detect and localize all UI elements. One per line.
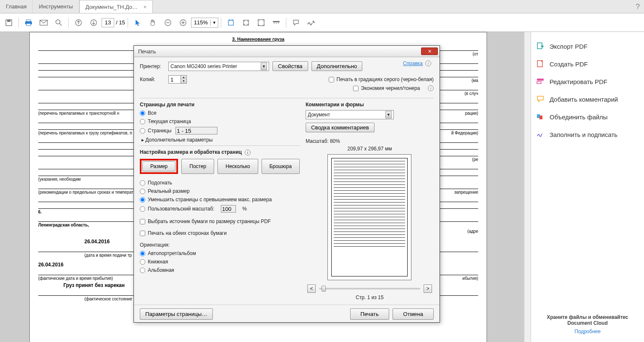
grayscale-checkbox[interactable] xyxy=(329,77,334,82)
sign-icon[interactable] xyxy=(304,16,318,30)
side-fill-sign[interactable]: Заполнить и подписать xyxy=(534,128,641,141)
close-dialog-button[interactable]: ✕ xyxy=(421,47,438,55)
comments-group-title: Комментарии и формы xyxy=(306,102,434,108)
doc-note: (перечень прилагаемых к грузу сертификат… xyxy=(38,131,132,135)
side-more-link[interactable]: Подробнее xyxy=(534,329,641,334)
info-icon[interactable]: i xyxy=(245,150,251,155)
zoom-select[interactable]: 115% ▼ xyxy=(191,18,218,28)
export-icon xyxy=(536,42,545,50)
page-setup-button[interactable]: Параметры страницы… xyxy=(140,308,213,320)
doc-note: (фактические дата и время прибытия) xyxy=(38,276,113,281)
radio-orient-auto[interactable] xyxy=(140,251,145,256)
side-label: Объединить файлы xyxy=(550,113,607,121)
side-edit-pdf[interactable]: Редактировать PDF xyxy=(534,75,641,88)
svg-rect-27 xyxy=(539,116,542,119)
side-add-comment[interactable]: Добавить комментарий xyxy=(534,92,641,106)
printer-label: Принтер: xyxy=(140,63,165,69)
radio-fit[interactable] xyxy=(140,180,145,186)
side-label: Создать PDF xyxy=(550,61,588,68)
radio-shrink[interactable] xyxy=(140,197,145,203)
save-icon[interactable] xyxy=(2,16,16,30)
radio-orient-portrait[interactable] xyxy=(140,259,145,265)
scrollbar[interactable] xyxy=(524,32,531,342)
doc-note: запрещение xyxy=(454,190,478,195)
tab-poster-button[interactable]: Постер xyxy=(181,159,214,174)
loupe-icon[interactable] xyxy=(52,16,66,30)
radio-all[interactable] xyxy=(140,110,145,116)
preview-slider[interactable] xyxy=(319,288,420,289)
side-export-pdf[interactable]: Экспорт PDF xyxy=(534,39,641,53)
side-label: Экспорт PDF xyxy=(550,43,588,50)
radio-custom[interactable] xyxy=(140,206,145,212)
preview-prev-button[interactable]: < xyxy=(307,284,316,293)
paper-source-label: Выбрать источник бумаги по размеру стран… xyxy=(148,218,271,224)
tab-booklet-button[interactable]: Брошюра xyxy=(262,159,300,174)
side-combine[interactable]: Объединить файлы xyxy=(534,110,641,124)
read-mode-icon[interactable] xyxy=(269,16,283,30)
side-create-pdf[interactable]: Создать PDF xyxy=(534,57,641,71)
tab-main[interactable]: Главная xyxy=(0,0,33,13)
tab-size-button[interactable]: Размер xyxy=(142,161,175,171)
close-tab-icon[interactable]: × xyxy=(144,4,147,10)
scale-label: Масштаб: 80% xyxy=(306,138,434,144)
fullscreen-icon[interactable] xyxy=(254,16,268,30)
page-up-icon[interactable] xyxy=(71,16,86,30)
slider-thumb[interactable] xyxy=(322,286,326,292)
comments-select[interactable]: Документ ▼ xyxy=(306,110,394,119)
advanced-button[interactable]: Дополнительно xyxy=(312,61,363,71)
svg-rect-18 xyxy=(273,21,280,22)
dialog-titlebar[interactable]: Печать ✕ xyxy=(134,46,440,57)
copies-spinner[interactable]: ▲▼ xyxy=(168,75,187,84)
radio-current[interactable] xyxy=(140,119,145,124)
help-link[interactable]: Справка xyxy=(403,61,423,66)
properties-button[interactable]: Свойства xyxy=(272,61,308,71)
duplex-checkbox[interactable] xyxy=(140,231,145,236)
pct-label: % xyxy=(242,206,247,212)
page-input-box: / 15 xyxy=(102,18,125,27)
top-tabs: Главная Инструменты Документы_ТН.До… × ? xyxy=(0,0,644,13)
custom-scale-input[interactable] xyxy=(221,205,236,213)
print-icon[interactable] xyxy=(21,16,36,30)
cancel-button[interactable]: Отмена xyxy=(393,308,434,320)
zoom-in-icon[interactable] xyxy=(176,16,190,30)
comments-summary-button[interactable]: Сводка комментариев xyxy=(306,123,374,132)
pages-range-input[interactable] xyxy=(175,127,217,134)
mail-icon[interactable] xyxy=(37,16,51,30)
svg-rect-26 xyxy=(537,114,540,118)
comments-value: Документ xyxy=(308,112,330,118)
info-icon[interactable]: i xyxy=(428,85,434,91)
copies-label: Копий: xyxy=(140,76,165,82)
page-input[interactable] xyxy=(102,18,114,27)
paper-source-checkbox[interactable] xyxy=(140,219,145,224)
comment-icon[interactable] xyxy=(289,16,303,30)
radio-orient-landscape[interactable] xyxy=(140,268,145,273)
tab-document[interactable]: Документы_ТН.До… × xyxy=(79,0,153,13)
info-icon[interactable]: i xyxy=(425,61,431,66)
ink-economy-checkbox[interactable] xyxy=(353,86,359,91)
cursor-icon[interactable] xyxy=(131,16,145,30)
svg-rect-24 xyxy=(537,79,544,81)
radio-pages-label: Страницы xyxy=(148,128,171,134)
chevron-down-icon[interactable]: ▼ xyxy=(210,20,218,26)
more-params-toggle[interactable]: ▸ Дополнительные параметры xyxy=(141,137,300,143)
print-button[interactable]: Печать xyxy=(350,308,390,320)
preview-next-button[interactable]: > xyxy=(424,284,432,293)
page-down-icon[interactable] xyxy=(86,16,101,30)
hand-icon[interactable] xyxy=(146,16,160,30)
side-label: Заполнить и подписать xyxy=(550,131,618,138)
spinner-up-icon[interactable]: ▲ xyxy=(181,76,186,79)
copies-input[interactable] xyxy=(168,75,181,84)
radio-actual[interactable] xyxy=(140,189,145,194)
fit-width-icon[interactable] xyxy=(224,16,238,30)
spinner-down-icon[interactable]: ▼ xyxy=(181,79,186,83)
help-icon[interactable]: ? xyxy=(631,0,644,13)
chevron-down-icon[interactable]: ▼ xyxy=(385,111,392,118)
radio-pages[interactable] xyxy=(140,128,145,134)
chevron-down-icon[interactable]: ▼ xyxy=(261,63,267,70)
tab-multi-button[interactable]: Несколько xyxy=(217,159,258,174)
tab-tools[interactable]: Инструменты xyxy=(33,0,79,13)
printer-select[interactable]: Canon MG2400 series Printer ▼ xyxy=(168,62,269,71)
zoom-out-icon[interactable] xyxy=(161,16,175,30)
svg-rect-4 xyxy=(26,24,31,26)
fit-page-icon[interactable] xyxy=(239,16,253,30)
